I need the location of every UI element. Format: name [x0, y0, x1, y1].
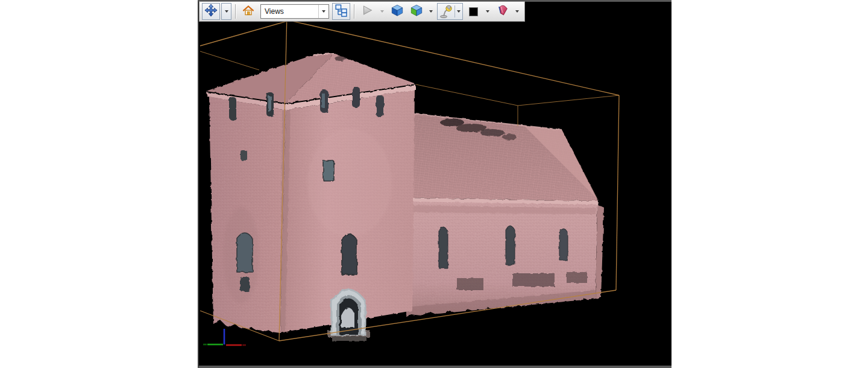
- pink-wedge-icon: [496, 4, 509, 19]
- scene-tree-button[interactable]: [332, 3, 350, 20]
- viewport-toolbar: Views: [199, 1, 525, 22]
- pan-navigation-button[interactable]: [202, 3, 220, 20]
- views-combobox-value: Views: [261, 7, 318, 16]
- home-icon: [242, 4, 254, 19]
- chevron-down-icon: [429, 10, 433, 13]
- background-color-button[interactable]: [464, 3, 482, 20]
- tower-window-arched: [237, 233, 253, 272]
- clip-material-button[interactable]: [494, 3, 511, 20]
- bbox-front-right-vertical: [616, 95, 619, 290]
- play-icon: [360, 4, 374, 19]
- tower-window-slit: [229, 97, 236, 120]
- play-animation-button[interactable]: [358, 3, 376, 20]
- views-combobox[interactable]: Views: [260, 4, 329, 19]
- scene-render: [199, 2, 671, 366]
- tower-window-mid: [323, 160, 334, 181]
- toolbar-separator: [235, 4, 236, 19]
- tower-window-arched: [342, 234, 357, 274]
- tower-window-slit: [352, 87, 360, 107]
- chevron-down-icon: [380, 10, 384, 13]
- display-style-button[interactable]: [407, 3, 425, 20]
- clip-material-dropdown[interactable]: [512, 3, 522, 20]
- tower-window-small: [241, 150, 247, 160]
- home-view-button[interactable]: [239, 3, 257, 20]
- cube-green-face-icon: [410, 4, 423, 19]
- desk-lamp-icon: [438, 4, 454, 19]
- blue-cube-icon: [391, 4, 404, 19]
- views-combobox-arrow[interactable]: [318, 5, 329, 18]
- tower-window-small: [240, 277, 250, 291]
- tree-view-icon: [335, 4, 348, 19]
- chevron-down-icon: [486, 10, 489, 13]
- bbox-rear-edge-segment: [200, 51, 259, 70]
- display-style-dropdown[interactable]: [426, 3, 436, 20]
- tower-window-slit: [376, 95, 384, 117]
- background-color-dropdown[interactable]: [483, 3, 492, 20]
- application-window: Views: [0, 0, 868, 368]
- door-step: [332, 337, 366, 341]
- nave-window: [559, 229, 568, 260]
- move-arrows-icon: [204, 4, 218, 19]
- pan-navigation-dropdown[interactable]: [221, 3, 231, 20]
- chevron-down-icon: [225, 10, 228, 13]
- shaded-view-button[interactable]: [388, 3, 406, 20]
- chevron-down-icon: [457, 10, 461, 13]
- chevron-down-icon: [515, 10, 519, 13]
- church-pointcloud-model: [206, 54, 604, 355]
- nave: [399, 112, 604, 317]
- nave-window: [506, 226, 515, 265]
- tower: [206, 54, 416, 333]
- button-divider: [454, 5, 455, 17]
- chevron-down-icon: [322, 10, 326, 13]
- play-animation-dropdown[interactable]: [377, 3, 387, 20]
- viewport-3d-canvas[interactable]: [198, 0, 671, 368]
- bbox-rear-top-edge: [416, 84, 518, 106]
- bbox-top-left-edge: [200, 21, 289, 46]
- toolbar-separator: [354, 4, 354, 19]
- bbox-top-right-edge: [518, 95, 619, 106]
- lighting-button[interactable]: [437, 3, 463, 20]
- black-swatch-icon: [469, 7, 478, 16]
- nave-window: [439, 227, 448, 268]
